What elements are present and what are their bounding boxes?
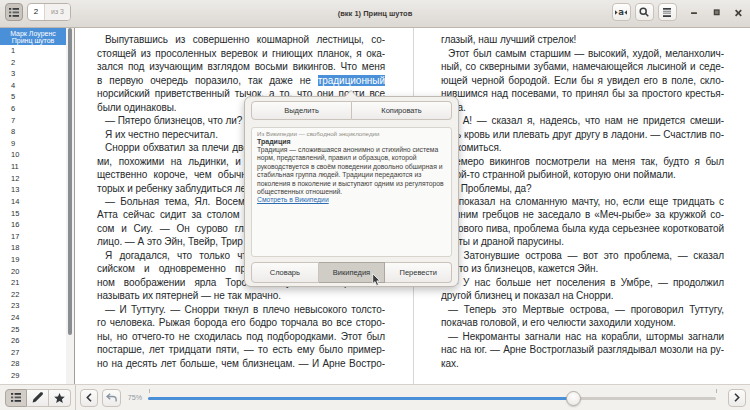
sidebar-item-chapter[interactable]: 18 [0, 242, 66, 254]
slider-track[interactable] [148, 397, 716, 400]
sidebar-item-chapter[interactable]: 15 [0, 208, 66, 220]
wikipedia-definition-line: стабильная группа людей. Традиции переда… [257, 171, 446, 179]
sidebar-item-chapter[interactable]: 14 [0, 196, 66, 208]
slider-track-fill [148, 397, 573, 400]
sidebar-item-chapter[interactable]: 13 [0, 184, 66, 196]
book-text-line: но на десять лет больше, чем близнецам. … [97, 357, 385, 370]
wikipedia-source-label: Из Википедии — свободной энциклопедии [257, 130, 446, 137]
book-text-line: Он показал на сломанную мачту, но, если … [441, 195, 724, 208]
book-text-line: какой-то странной рыбиной, которую они п… [441, 168, 724, 181]
book-text-line: ны, но отчего-то не сходилась под подбор… [97, 330, 385, 343]
book-text-line: ющей черной бородой. Если бы я увидел ег… [441, 74, 724, 87]
page-forward-button[interactable] [728, 389, 747, 407]
sidebar-item-chapter[interactable]: 9 [0, 138, 66, 150]
book-text-line: ный, со скверными зубами, намечающейся л… [441, 60, 724, 73]
book-text-line: называть их пятерней — не так мрачно. [97, 289, 385, 302]
popover-action-row-top: Выделить Копировать [251, 101, 452, 120]
sidebar-item-chapter[interactable]: 22 [0, 289, 66, 301]
sidebar-item-chapter[interactable]: 19 [0, 254, 66, 266]
footer-bar: 75% [0, 384, 750, 410]
sidebar-item-chapter[interactable]: 8 [0, 126, 66, 138]
slider-start-tick [149, 389, 150, 394]
book-text-line: Семеро викингов посмотрели на меня так, … [441, 155, 724, 168]
minimize-button[interactable] [690, 0, 700, 28]
book-text-line: покачав головой, и его челюсти заходили … [441, 316, 724, 329]
sidebar-scrollbar[interactable] [66, 28, 74, 384]
view-list-icon [6, 4, 22, 20]
menu-icon [659, 4, 676, 20]
book-text-line: знакомиться. [441, 141, 724, 154]
sidebar-item-chapter[interactable]: 27 [0, 347, 66, 359]
book-text-line: го человека. Рыжая борода его бодро торч… [97, 316, 385, 329]
page-number-entry[interactable]: 2 из 3 [27, 3, 71, 21]
window-title: (вкк 1) Принц шутов [200, 0, 550, 27]
wikipedia-term-title: Традиция [257, 138, 446, 146]
translate-button[interactable]: Перевести [385, 262, 452, 283]
sidebar-item-chapter[interactable]: 24 [0, 312, 66, 324]
sidebar-item-chapter[interactable]: 17 [0, 231, 66, 243]
page-number-value[interactable]: 2 [28, 4, 44, 20]
sidebar-item-chapter[interactable]: 4 [0, 80, 66, 92]
sidebar-item-chapter[interactable]: 11 [0, 161, 66, 173]
chapter-sidebar: Марк Лоуренс Принц шутов 123456789101112… [0, 28, 74, 384]
sidebar-item-chapter[interactable]: 20 [0, 266, 66, 278]
close-button[interactable] [734, 0, 744, 28]
book-text-line: — Проблемы, да? [441, 182, 724, 195]
sidebar-item-chapter[interactable]: 1 [0, 45, 66, 57]
sidebar-item-chapter[interactable]: 25 [0, 324, 66, 336]
search-button[interactable] [635, 3, 654, 21]
sidebar-item-chapter[interactable]: 16 [0, 219, 66, 231]
fit-page-button[interactable]: a [612, 3, 631, 21]
maximize-icon [713, 0, 721, 28]
sidebar-item-chapter[interactable]: 3 [0, 68, 66, 80]
book-text-line: — Затонувшие острова — вот это проблема,… [441, 249, 724, 262]
book-text-line: кто-то из близнецов, кажется Эйн. [441, 262, 724, 275]
sidebar-item-chapter[interactable]: 28 [0, 358, 66, 370]
slider-handle[interactable] [566, 391, 581, 406]
selected-word[interactable]: традиционный [318, 75, 385, 86]
book-text-line: лишним гребцов не заседало в «Меч-рыбе» … [441, 208, 724, 221]
wikipedia-definition-line: Традиция — сложившаяся анонимно и стихий… [257, 146, 446, 154]
progress-slider [0, 385, 750, 410]
sidebar-scrollbar-thumb[interactable] [68, 28, 72, 335]
book-text-line: — А! — сказал я, надеясь, что нам не при… [441, 114, 724, 127]
popover-action-row-bottom: Словарь Википедия Перевести [251, 262, 452, 283]
wikipedia-definition-line: норм, представлений, правил и образцов, … [257, 154, 446, 162]
book-title: Принц шутов [0, 37, 66, 45]
dictionary-button[interactable]: Словарь [251, 262, 319, 283]
wikipedia-definition-line: руководствуется в своём поведении доволь… [257, 163, 446, 171]
sidebar-toggle-button[interactable] [5, 3, 23, 21]
mouse-cursor [372, 273, 381, 287]
sidebar-item-chapter[interactable]: 26 [0, 335, 66, 347]
sidebar-item-chapter[interactable]: 7 [0, 115, 66, 127]
sidebar-item-chapter[interactable]: 2 [0, 57, 66, 69]
sidebar-item-chapter[interactable]: 23 [0, 300, 66, 312]
wikipedia-definition: Традиция — сложившаяся анонимно и стихий… [257, 146, 446, 196]
minimize-icon [690, 0, 698, 28]
chapter-list: 1234567891011121314151617181920212223242… [0, 45, 66, 382]
chevron-right-icon [729, 390, 746, 406]
sidebar-item-chapter[interactable]: 12 [0, 173, 66, 185]
view-menu-button[interactable] [658, 3, 677, 21]
wikipedia-panel: Из Википедии — свободной энциклопедии Тр… [251, 127, 452, 257]
page-right-column: глазый, наш лучший стрелок!Этот был самы… [441, 33, 724, 370]
book-text-line: — У нас больше нет поселения в Умбре, — … [441, 276, 724, 289]
sidebar-item-chapter[interactable]: 6 [0, 103, 66, 115]
highlight-button[interactable]: Выделить [251, 101, 352, 120]
book-text-line: в первую очередь поразило, так даже не т… [97, 74, 385, 87]
book-text-line: ках. [441, 357, 724, 370]
sidebar-item-chapter[interactable]: 5 [0, 91, 66, 103]
book-text-line: другой близнец и показал на Снорри. [441, 289, 724, 302]
sidebar-item-chapter[interactable]: 21 [0, 277, 66, 289]
close-icon [734, 0, 743, 28]
header-bar: 2 из 3 (вкк 1) Принц шутов a [0, 0, 750, 28]
svg-text:a: a [618, 8, 624, 17]
sidebar-item-chapter[interactable]: 10 [0, 149, 66, 161]
book-text-line: мачты и драной парусины. [441, 235, 724, 248]
copy-button[interactable]: Копировать [352, 101, 452, 120]
book-text-line: стоящей из просоленных веревок и гниющих… [97, 47, 385, 60]
wikipedia-link[interactable]: Смотреть в Википедии [257, 196, 329, 204]
sidebar-item-book[interactable]: Марк Лоуренс Принц шутов [0, 28, 66, 45]
maximize-button[interactable] [713, 0, 723, 28]
sidebar-item-chapter[interactable]: 29 [0, 370, 66, 382]
